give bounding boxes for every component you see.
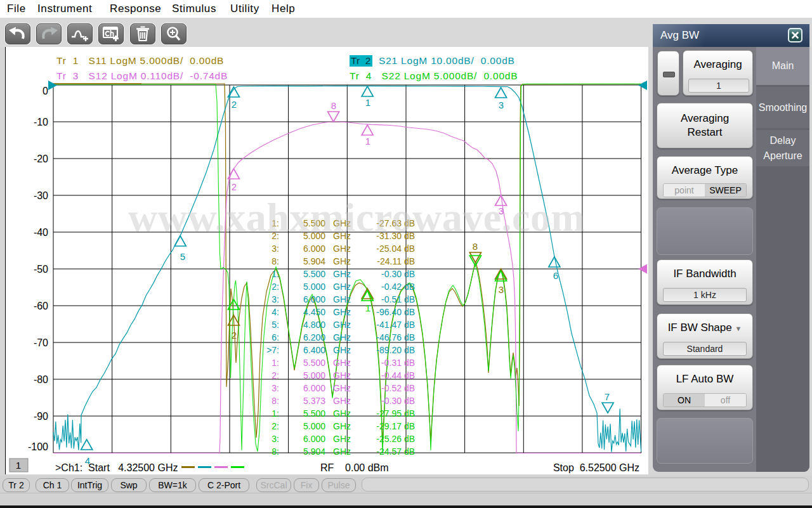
svg-text:Tr 4 S22 LogM 5.000dB/ 0.0: Tr 4 S22 LogM 5.000dB/ 0.00dB: [350, 70, 518, 81]
svg-text:-29.17: -29.17: [376, 421, 402, 431]
svg-text:dB: dB: [404, 434, 415, 444]
svg-text:GHz: GHz: [333, 396, 351, 406]
svg-text:dB: dB: [404, 446, 415, 457]
svg-text:-10: -10: [34, 117, 48, 127]
svg-text:>Ch1: Start 4.32500 GHz: >Ch1: Start 4.32500 GHz: [55, 462, 178, 473]
svg-text:RF 0.00 dBm: RF 0.00 dBm: [320, 462, 389, 473]
svg-text:2:: 2:: [272, 370, 279, 381]
svg-text:2: 2: [232, 181, 237, 192]
svg-text:GHz: GHz: [333, 358, 351, 368]
svg-text:-100: -100: [28, 441, 48, 452]
svg-text:1: 1: [365, 136, 370, 147]
svg-text:GHz: GHz: [333, 282, 351, 292]
svg-text:GHz: GHz: [333, 294, 351, 304]
svg-text:6: 6: [553, 270, 558, 281]
svg-text:-0.44: -0.44: [381, 370, 402, 381]
svg-text:dB: dB: [404, 320, 415, 330]
svg-text:7: 7: [605, 391, 610, 402]
svg-text:6.000: 6.000: [303, 294, 325, 304]
svg-text:8:: 8:: [272, 446, 279, 457]
svg-text:-0.42: -0.42: [381, 282, 402, 292]
svg-text:Tr 1 S11 LogM 5.000dB/ 0.0: Tr 1 S11 LogM 5.000dB/ 0.00dB: [56, 55, 224, 66]
svg-text:1: 1: [16, 460, 21, 471]
svg-text:5.500: 5.500: [303, 408, 325, 419]
svg-text:dB: dB: [404, 358, 415, 368]
svg-text:-89.20: -89.20: [376, 345, 402, 355]
svg-text:dB: dB: [404, 244, 415, 254]
svg-text:2: 2: [232, 99, 237, 110]
svg-text:3: 3: [499, 284, 504, 295]
svg-text:dB: dB: [404, 345, 415, 355]
svg-text:2: 2: [232, 330, 237, 341]
svg-text:3: 3: [499, 100, 504, 110]
svg-text:3:: 3:: [272, 294, 279, 304]
svg-text:-60: -60: [34, 301, 48, 311]
svg-text:1: 1: [365, 303, 370, 313]
svg-text:-24.11: -24.11: [377, 256, 402, 266]
svg-text:-40: -40: [34, 227, 48, 238]
svg-text:Stop 6.52500 GHz: Stop 6.52500 GHz: [553, 462, 639, 473]
svg-text:0: 0: [43, 86, 48, 96]
svg-text:2:: 2:: [272, 421, 279, 431]
svg-text:GHz: GHz: [333, 332, 351, 342]
svg-text:GHz: GHz: [333, 244, 351, 254]
svg-text:1:: 1:: [272, 408, 279, 419]
svg-text:-0.51: -0.51: [381, 294, 402, 304]
svg-text:3:: 3:: [272, 434, 279, 444]
svg-text:GHz: GHz: [333, 421, 351, 431]
svg-text:dB: dB: [404, 256, 415, 266]
svg-text:6:: 6:: [272, 332, 279, 342]
svg-text:-0.30: -0.30: [381, 396, 402, 406]
svg-text:dB: dB: [404, 421, 415, 431]
svg-text:3:: 3:: [272, 383, 279, 393]
svg-text:8: 8: [473, 241, 478, 252]
svg-text:GHz: GHz: [333, 446, 351, 457]
svg-text:-30: -30: [34, 190, 48, 201]
svg-text:4.450: 4.450: [303, 307, 325, 317]
svg-text:-27.95: -27.95: [376, 408, 402, 419]
svg-text:1:: 1:: [272, 269, 279, 279]
svg-text:GHz: GHz: [333, 370, 351, 381]
svg-text:-25.26: -25.26: [376, 434, 402, 444]
svg-text:dB: dB: [404, 370, 415, 381]
svg-text:8: 8: [331, 100, 336, 111]
svg-text:GHz: GHz: [333, 269, 351, 279]
svg-text:GHz: GHz: [333, 383, 351, 393]
svg-text:GHz: GHz: [333, 408, 351, 419]
svg-text:6.000: 6.000: [303, 434, 325, 444]
svg-text:5.000: 5.000: [303, 282, 325, 292]
svg-text:-0.52: -0.52: [381, 383, 402, 393]
svg-text:4.800: 4.800: [303, 320, 325, 330]
svg-text:6.000: 6.000: [303, 383, 325, 393]
svg-text:S21 LogM 10.00dB/ 0.00dB: S21 LogM 10.00dB/ 0.00dB: [379, 55, 515, 66]
svg-text:1: 1: [365, 97, 370, 108]
svg-text:5.904: 5.904: [303, 446, 325, 457]
svg-text:-50: -50: [34, 264, 48, 275]
svg-text:-96.40: -96.40: [376, 307, 402, 317]
svg-text:-24.57: -24.57: [376, 446, 402, 457]
svg-text:5.500: 5.500: [303, 269, 325, 279]
svg-text:5.373: 5.373: [303, 396, 325, 406]
svg-text:dB: dB: [404, 307, 415, 317]
svg-text:6.400: 6.400: [303, 345, 325, 355]
svg-text:dB: dB: [404, 294, 415, 304]
svg-text:6.200: 6.200: [303, 332, 325, 342]
svg-text:5.000: 5.000: [303, 370, 325, 381]
svg-text:dB: dB: [404, 269, 415, 279]
svg-text:5:: 5:: [272, 320, 279, 330]
svg-text:dB: dB: [404, 332, 415, 342]
svg-text:1:: 1:: [272, 358, 279, 368]
svg-text:-80: -80: [34, 374, 48, 385]
svg-text:5.500: 5.500: [303, 358, 325, 368]
svg-text:-25.04: -25.04: [376, 244, 402, 254]
svg-text:-46.76: -46.76: [376, 332, 402, 342]
svg-text:3:: 3:: [272, 244, 279, 254]
svg-text:GHz: GHz: [333, 307, 351, 317]
svg-text:-41.47: -41.47: [376, 320, 402, 330]
svg-text:GHz: GHz: [333, 434, 351, 444]
svg-text:5.000: 5.000: [303, 421, 325, 431]
svg-text:GHz: GHz: [333, 256, 351, 266]
svg-text:dB: dB: [404, 282, 415, 292]
svg-text:5: 5: [180, 251, 185, 262]
svg-text:5.904: 5.904: [303, 256, 325, 266]
